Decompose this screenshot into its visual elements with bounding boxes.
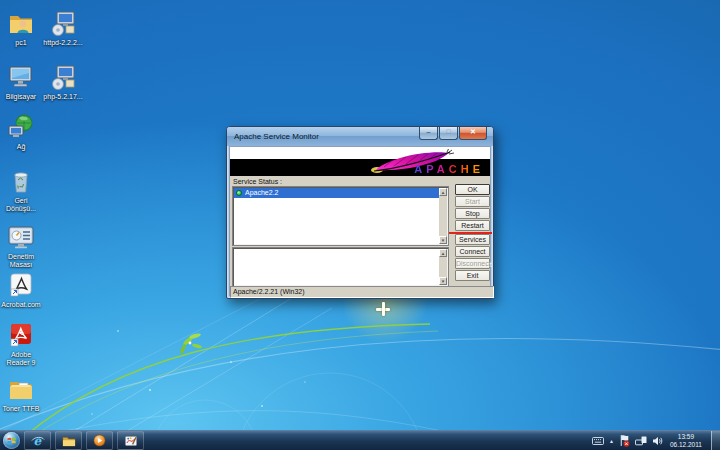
- volume-icon[interactable]: [652, 436, 663, 446]
- desktop-icon-recycle-bin[interactable]: Geri Dönüşü...: [0, 166, 42, 213]
- show-desktop-button[interactable]: [711, 431, 720, 450]
- window-titlebar[interactable]: Apache Service Monitor – □ ✕: [227, 127, 493, 146]
- list-scrollbar[interactable]: ▲ ▼: [439, 188, 447, 244]
- banner-black-strip: APACHE: [230, 159, 490, 176]
- apache-service-monitor-window: Apache Service Monitor – □ ✕: [226, 126, 494, 299]
- window-title: Apache Service Monitor: [234, 132, 319, 141]
- svg-text:e: e: [33, 434, 42, 448]
- scroll-up-arrow[interactable]: ▲: [439, 249, 447, 257]
- desktop-icon-label: httpd-2.2.2...: [42, 39, 84, 47]
- acrobat-com-icon: [6, 270, 36, 300]
- desktop-icon-php-installer[interactable]: php-5.2.17...: [42, 62, 84, 101]
- system-tray: ▲: [592, 431, 720, 450]
- service-running-icon: [236, 190, 242, 196]
- windows-media-player-icon: [93, 434, 106, 447]
- mouse-cursor-crosshair: [376, 302, 390, 316]
- ok-button[interactable]: OK: [455, 184, 490, 195]
- desktop-icon-pc1[interactable]: pc1: [0, 8, 42, 47]
- clock-date: 06.12.2011: [670, 441, 702, 449]
- desktop: pc1 httpd-2.2.2... Bilgisayar: [0, 0, 720, 450]
- connect-button[interactable]: Connect: [455, 246, 490, 257]
- recycle-bin-icon: [6, 166, 36, 196]
- services-button[interactable]: Services: [455, 234, 490, 245]
- desktop-icon-toner-folder[interactable]: Toner TTFB: [0, 374, 42, 413]
- desktop-icon-label: Ağ: [0, 143, 42, 151]
- desktop-icon-label: Acrobat.com: [0, 301, 42, 309]
- window-client-area: APACHE Service Status : Apache2.2 ▲ ▼ ▲ …: [229, 146, 491, 296]
- paint-icon: [124, 434, 138, 448]
- installer-package-icon: [48, 8, 78, 38]
- start-orb-icon: [7, 436, 16, 445]
- start-button[interactable]: Start: [455, 196, 490, 207]
- shared-folder-icon: [6, 8, 36, 38]
- service-status-label: Service Status :: [233, 178, 282, 185]
- window-status-bar: Apache/2.2.21 (Win32): [230, 286, 494, 298]
- taskbar: e: [0, 430, 720, 450]
- taskbar-windows-explorer[interactable]: [55, 431, 82, 450]
- list-scrollbar[interactable]: ▲ ▼: [439, 249, 447, 285]
- folder-icon: [6, 374, 36, 404]
- installer-package-icon: [48, 62, 78, 92]
- network-status-icon[interactable]: [635, 436, 647, 446]
- adobe-reader-icon: [6, 320, 36, 350]
- start-button[interactable]: [3, 432, 20, 449]
- desktop-icon-acrobat-com[interactable]: Acrobat.com: [0, 270, 42, 309]
- taskbar-internet-explorer[interactable]: e: [24, 431, 51, 450]
- taskbar-clock[interactable]: 13:59 06.12.2011: [668, 433, 704, 448]
- taskbar-paint[interactable]: [117, 431, 144, 450]
- desktop-icon-httpd-installer[interactable]: httpd-2.2.2...: [42, 8, 84, 47]
- control-panel-icon: [6, 222, 36, 252]
- computer-icon: [6, 62, 36, 92]
- taskbar-media-player[interactable]: [86, 431, 113, 450]
- desktop-icon-label: pc1: [0, 39, 42, 47]
- service-status-list[interactable]: Apache2.2 ▲ ▼: [232, 186, 449, 246]
- action-center-flag-alert-icon[interactable]: [619, 434, 630, 447]
- desktop-icon-computer[interactable]: Bilgisayar: [0, 62, 42, 101]
- scroll-down-arrow[interactable]: ▼: [439, 236, 447, 244]
- log-output-list[interactable]: ▲ ▼: [232, 247, 449, 287]
- windows-explorer-icon: [62, 435, 76, 447]
- exit-button[interactable]: Exit: [455, 270, 490, 281]
- minimize-button[interactable]: –: [419, 127, 438, 140]
- desktop-icon-label: Geri Dönüşü...: [0, 197, 42, 213]
- scroll-down-arrow[interactable]: ▼: [439, 277, 447, 285]
- desktop-icon-adobe-reader[interactable]: Adobe Reader 9: [0, 320, 42, 367]
- maximize-button[interactable]: □: [439, 127, 458, 140]
- desktop-icon-label: Bilgisayar: [0, 93, 42, 101]
- internet-explorer-icon: e: [31, 434, 45, 448]
- service-row-apache22[interactable]: Apache2.2: [234, 188, 439, 198]
- desktop-icon-label: Adobe Reader 9: [0, 351, 42, 367]
- keyboard-language-icon[interactable]: [592, 437, 604, 445]
- network-places-icon: [6, 112, 36, 142]
- close-button[interactable]: ✕: [459, 127, 487, 140]
- scroll-up-arrow[interactable]: ▲: [439, 188, 447, 196]
- apache-banner-text: APACHE: [414, 163, 484, 175]
- restart-button[interactable]: Restart: [455, 220, 490, 231]
- window-caption-buttons: – □ ✕: [418, 127, 487, 140]
- stop-button[interactable]: Stop: [455, 208, 490, 219]
- show-hidden-icons-icon[interactable]: ▲: [609, 438, 614, 444]
- desktop-icon-label: php-5.2.17...: [42, 93, 84, 101]
- desktop-icon-control-panel[interactable]: Denetim Masası: [0, 222, 42, 269]
- service-name: Apache2.2: [245, 188, 278, 198]
- disconnect-button[interactable]: Disconnect: [455, 258, 490, 269]
- wallpaper-leaf-sprig: [179, 333, 202, 355]
- desktop-icon-label: Toner TTFB: [0, 405, 42, 413]
- clock-time: 13:59: [670, 433, 702, 441]
- desktop-icon-label: Denetim Masası: [0, 253, 42, 269]
- desktop-icon-network[interactable]: Ağ: [0, 112, 42, 151]
